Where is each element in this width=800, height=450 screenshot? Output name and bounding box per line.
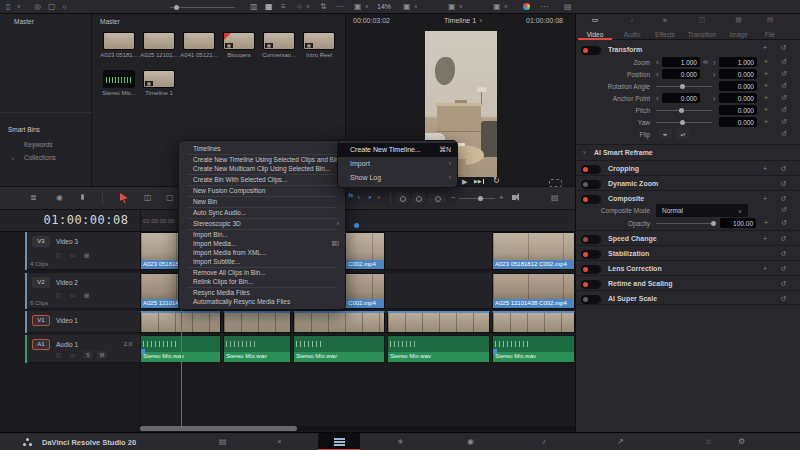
voiceover-mic-icon[interactable] <box>81 194 84 200</box>
bin-tree-item-master[interactable]: Master <box>14 18 34 25</box>
menu-item[interactable]: Relink Clips for Bin... <box>179 277 345 286</box>
menu-item-import[interactable]: Import› <box>338 157 457 171</box>
menu-item[interactable]: Import Media from XML... <box>179 248 345 257</box>
chevron-down-icon[interactable]: ∨ <box>357 195 361 200</box>
viewer-record-timecode[interactable]: 01:00:00:08 <box>526 17 563 24</box>
trim-edit-mode-icon[interactable]: ◫ <box>144 194 152 202</box>
menu-item[interactable]: Create Bin With Selected Clips... <box>179 175 345 184</box>
resize-icon[interactable]: ▣ <box>493 3 501 11</box>
track-header-v2[interactable]: V2 Video 2 ◻ ▭ ▦ 6 Clips <box>25 273 140 309</box>
menu-item[interactable]: Resync Media Files <box>179 288 345 297</box>
expand-chevron-icon[interactable]: › <box>583 149 585 156</box>
dynamic-zoom-toggle[interactable] <box>581 180 601 189</box>
flip-horizontal-button[interactable]: ◂▸ <box>658 129 672 139</box>
timeline-clip-v1[interactable] <box>293 311 385 333</box>
menu-item[interactable]: Create New Multicam Clip Using Selected … <box>179 164 345 173</box>
track-badge-destination[interactable]: V1 <box>32 315 50 326</box>
yaw-slider-handle[interactable] <box>680 120 685 125</box>
audio-monitor-icon[interactable] <box>512 195 516 200</box>
reset-icon[interactable]: ↺ <box>780 180 786 188</box>
live-overwrite-icon[interactable]: ◉ <box>56 194 63 202</box>
cropping-toggle[interactable] <box>581 165 601 174</box>
zoom-full-extent-icon[interactable] <box>396 193 409 203</box>
media-page-icon[interactable]: ▤ <box>219 437 227 446</box>
zoom-custom-icon[interactable] <box>428 193 446 203</box>
stabilization-toggle[interactable] <box>581 250 601 259</box>
more-options-icon[interactable]: ⋯ <box>336 3 344 11</box>
timeline-hscrollbar-thumb[interactable] <box>140 426 297 431</box>
transcription-icon[interactable]: ▢ <box>48 3 56 11</box>
menu-item[interactable]: Automatically Resync Media Files <box>179 297 345 306</box>
pitch-slider-handle[interactable] <box>679 108 684 113</box>
media-clip-thumbnail[interactable]: ♪ <box>143 32 175 50</box>
section-retime-scaling[interactable]: Retime and Scaling ↺ <box>575 275 800 290</box>
timeline-thumbnail[interactable]: ▦ <box>223 32 255 50</box>
timeline-clip-v1[interactable] <box>492 311 575 333</box>
track-badge[interactable]: V3 <box>32 236 50 247</box>
fairlight-page-icon[interactable]: ♪ <box>542 437 546 446</box>
tab-transition[interactable]: ◫ Transition <box>682 14 722 40</box>
media-pool-panel-toggle-icon[interactable]: ▯ <box>6 3 10 11</box>
anchor-y-field[interactable]: 0.000 <box>719 93 757 103</box>
keyframe-icon[interactable]: + <box>764 82 768 89</box>
reset-icon[interactable]: ↺ <box>780 295 786 303</box>
lens-correction-toggle[interactable] <box>581 265 601 274</box>
timeline-selector[interactable]: Timeline 1 <box>444 17 476 24</box>
timeline-clip-audio[interactable]: Stereo Mix.wav <box>223 335 291 363</box>
flip-vertical-button[interactable]: ▴▾ <box>676 129 690 139</box>
tab-file[interactable]: ▤ File <box>755 14 785 40</box>
reset-icon[interactable]: ↺ <box>781 106 787 114</box>
speed-change-toggle[interactable] <box>581 235 601 244</box>
track-header-a1[interactable]: A1 Audio 1 2.0 ◻ ▭ S M <box>25 335 140 363</box>
enable-track-icon[interactable]: ▭ <box>70 352 75 358</box>
lock-icon[interactable]: ◻ <box>56 292 61 298</box>
reset-icon[interactable]: ↺ <box>780 280 786 288</box>
track-name[interactable]: Video 1 <box>56 317 78 324</box>
thumbnail-size-slider[interactable] <box>170 7 235 8</box>
zoom-detail-icon[interactable] <box>412 193 425 203</box>
smart-bin-collections[interactable]: Collections <box>24 154 56 161</box>
cut-page-icon[interactable]: × <box>277 437 282 446</box>
opacity-slider[interactable] <box>656 223 716 224</box>
zoom-y-field[interactable]: 1.000 <box>719 57 757 67</box>
rotation-field[interactable]: 0.000 <box>719 81 757 91</box>
section-cropping[interactable]: Cropping + ↺ <box>575 160 800 175</box>
position-x-field[interactable]: 0.000 <box>662 69 700 79</box>
auto-select-icon[interactable]: ▦ <box>84 252 89 258</box>
timeline-thumbnail[interactable]: ▦ <box>263 32 295 50</box>
deliver-page-icon[interactable]: ↗ <box>617 437 624 446</box>
smart-bins-header[interactable]: Smart Bins <box>8 126 40 133</box>
auto-select-icon[interactable]: ▦ <box>84 292 89 298</box>
reset-icon[interactable]: ↺ <box>781 118 787 126</box>
timeline-playhead-timecode[interactable]: 01:00:00:08 <box>34 213 138 227</box>
menu-item-show-log[interactable]: Show Log› <box>338 171 457 185</box>
reset-icon[interactable]: ↺ <box>781 70 787 78</box>
zoom-in-icon[interactable]: + <box>499 194 504 202</box>
keyframe-icon[interactable]: + <box>763 44 767 51</box>
transform-section-header[interactable]: Transform + ↺ <box>575 42 800 56</box>
audio-clip-thumbnail[interactable] <box>103 70 135 88</box>
timeline-clip-v1[interactable] <box>387 311 490 333</box>
strip-view-icon[interactable]: ▥ <box>250 3 258 11</box>
marker-icon[interactable]: ● <box>368 194 372 200</box>
media-clip-thumbnail[interactable]: ♪ <box>103 32 135 50</box>
menu-item[interactable]: Remove All Clips in Bin... <box>179 268 345 277</box>
viewer-duration-timecode[interactable]: 00:00:03:02 <box>353 17 390 24</box>
enable-track-icon[interactable]: ▭ <box>70 252 75 258</box>
play-icon[interactable]: ▶ <box>462 178 467 185</box>
timeline-clip-audio[interactable]: Stereo Mix.wav <box>492 335 575 363</box>
reset-icon[interactable]: ↺ <box>780 235 786 243</box>
skip-next-icon[interactable]: ▶▶ <box>474 179 484 184</box>
selection-mode-icon[interactable] <box>120 193 128 203</box>
yaw-field[interactable]: 0.000 <box>719 117 757 127</box>
enable-track-icon[interactable]: ▭ <box>70 292 75 298</box>
camera-bin-icon[interactable]: ▣ <box>354 3 362 11</box>
position-y-field[interactable]: 0.000 <box>719 69 757 79</box>
track-badge-destination[interactable]: A1 <box>32 339 50 350</box>
fullscreen-viewer-icon[interactable] <box>549 179 562 187</box>
track-name[interactable]: Video 3 <box>56 238 78 245</box>
timeline-clip-v3[interactable]: A023 05181812 C002.mp4 <box>492 232 575 270</box>
media-clip-thumbnail[interactable]: ♪ <box>183 32 215 50</box>
pitch-slider[interactable] <box>656 110 712 111</box>
track-header-v3[interactable]: V3 Video 3 ◻ ▭ ▦ 4 Clips <box>25 232 140 270</box>
